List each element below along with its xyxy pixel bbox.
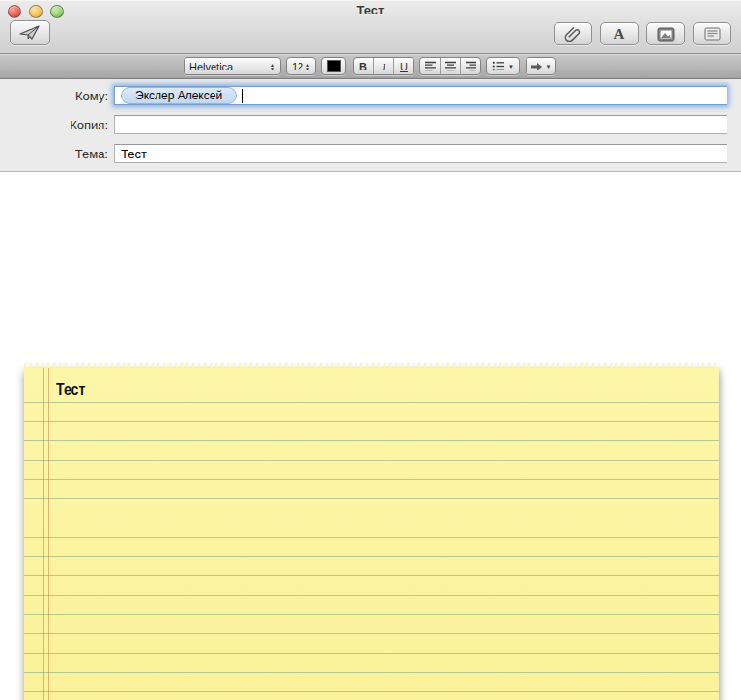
photo-browser-button[interactable] — [646, 22, 685, 45]
to-label: Кому: — [0, 89, 108, 103]
align-left-button[interactable] — [420, 58, 441, 74]
font-size-value: 12 — [292, 61, 303, 72]
stepper-icon: ▲▼ — [305, 63, 310, 70]
ruled-lines — [24, 383, 719, 700]
subject-field[interactable] — [114, 144, 727, 163]
attach-button[interactable] — [554, 22, 592, 45]
font-size-select[interactable]: 12 ▲▼ — [286, 57, 316, 75]
fonts-button[interactable]: A — [600, 22, 639, 45]
message-headers: Кому: Экслер Алексей Копия: Тема: ≡ ▼ — [0, 79, 741, 172]
subject-row: Тема: — [0, 144, 741, 165]
font-family-value: Helvetica — [189, 61, 233, 72]
cc-field[interactable] — [114, 115, 727, 134]
italic-button[interactable]: I — [374, 58, 394, 74]
paper-plane-icon — [19, 25, 41, 41]
mail-compose-window: Тест A — [0, 0, 741, 700]
underline-button[interactable]: U — [394, 58, 413, 74]
dropdown-arrow-icon: ▼ — [546, 64, 552, 70]
message-body[interactable]: Тест — [0, 172, 741, 700]
align-center-icon — [444, 61, 457, 71]
fonts-a-icon: A — [614, 26, 625, 42]
torn-edge-decoration — [24, 363, 719, 368]
format-bar: Helvetica ▲▼ 12 ▲▼ B I U — [0, 54, 741, 79]
align-center-button[interactable] — [441, 58, 461, 74]
photo-icon — [657, 27, 675, 42]
text-caret — [242, 89, 243, 103]
paperclip-icon — [564, 26, 582, 42]
cc-row: Копия: — [0, 115, 741, 136]
title-toolbar: Тест A — [0, 0, 741, 54]
send-button[interactable] — [10, 20, 50, 45]
stationery-paper[interactable]: Тест — [24, 368, 719, 700]
margin-line — [43, 368, 44, 700]
arrow-right-icon — [530, 62, 543, 71]
to-row: Кому: Экслер Алексей — [0, 86, 741, 107]
bullet-list-icon — [492, 61, 505, 71]
color-swatch — [327, 60, 341, 72]
subject-label: Тема: — [0, 147, 108, 161]
window-title: Тест — [0, 3, 741, 17]
toolbar-right-group: A — [554, 22, 731, 45]
bold-button[interactable]: B — [354, 58, 374, 74]
list-style-button[interactable]: ▼ — [486, 57, 520, 75]
alignment-group — [419, 57, 481, 75]
to-field[interactable]: Экслер Алексей — [114, 86, 727, 105]
stationery-icon — [704, 27, 721, 41]
dropdown-arrow-icon: ▼ — [508, 64, 514, 70]
align-right-button[interactable] — [461, 58, 480, 74]
font-family-select[interactable]: Helvetica ▲▼ — [184, 57, 281, 75]
stepper-icon: ▲▼ — [271, 63, 275, 70]
font-color-button[interactable] — [321, 57, 346, 75]
cc-label: Копия: — [0, 118, 108, 132]
stationery-button[interactable] — [693, 22, 731, 45]
align-right-icon — [465, 61, 477, 71]
bold-italic-underline-group: B I U — [353, 57, 414, 75]
indent-button[interactable]: ▼ — [526, 57, 556, 75]
align-left-icon — [424, 61, 437, 71]
margin-line — [48, 368, 49, 700]
body-text: Тест — [56, 381, 85, 399]
recipient-token[interactable]: Экслер Алексей — [121, 87, 237, 104]
